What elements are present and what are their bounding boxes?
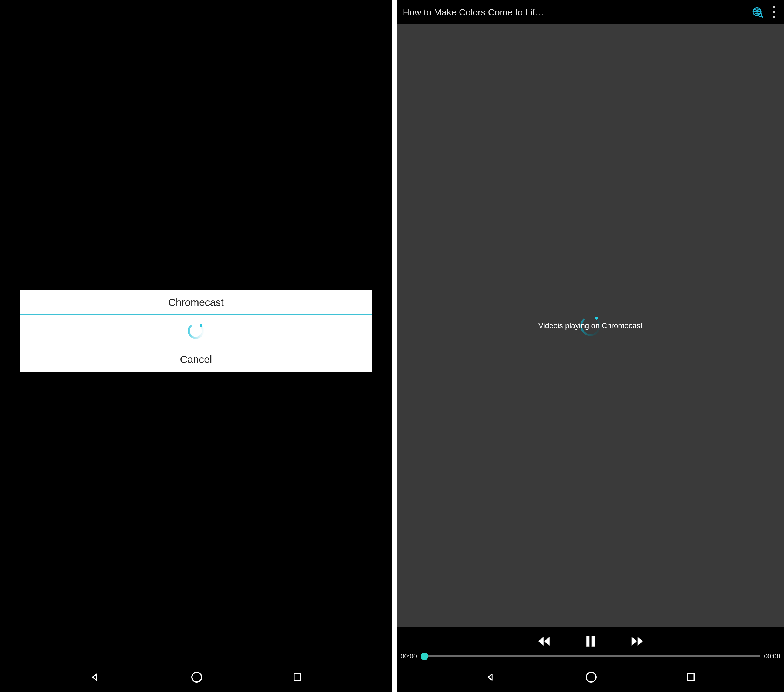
svg-rect-10 — [592, 636, 595, 647]
svg-point-11 — [586, 672, 596, 682]
system-nav-bar — [397, 662, 784, 692]
loading-spinner-icon — [186, 321, 206, 340]
casting-status-text: Videois playing on Chromecast — [539, 321, 642, 330]
home-button[interactable] — [585, 671, 598, 684]
cancel-button[interactable]: Cancel — [20, 347, 372, 372]
svg-point-2 — [192, 672, 201, 682]
media-controls: 00:00 00:00 — [397, 627, 784, 662]
svg-point-1 — [200, 324, 203, 327]
back-button[interactable] — [89, 671, 101, 683]
svg-line-6 — [762, 16, 763, 18]
back-button[interactable] — [484, 671, 497, 683]
seek-bar[interactable] — [421, 655, 760, 657]
app-bar: How to Make Colors Come to Lif… — [397, 0, 784, 24]
page-title: How to Make Colors Come to Lif… — [403, 7, 747, 18]
right-phone: How to Make Colors Come to Lif… — [392, 0, 784, 692]
transport-controls — [397, 632, 784, 652]
svg-rect-12 — [688, 674, 694, 680]
progress-row: 00:00 00:00 — [397, 652, 784, 660]
system-nav-bar — [0, 662, 392, 692]
left-phone: Chromecast — [0, 0, 392, 692]
overflow-menu-button[interactable] — [768, 4, 779, 20]
dialog-body — [20, 315, 372, 347]
right-screen: Videois playing on Chromecast — [397, 24, 784, 662]
video-area[interactable]: Videois playing on Chromecast — [397, 24, 784, 627]
time-current: 00:00 — [401, 652, 417, 660]
svg-rect-3 — [294, 674, 301, 680]
svg-point-0 — [186, 321, 206, 340]
left-screen: Chromecast — [0, 0, 392, 662]
rewind-button[interactable] — [536, 635, 552, 647]
fast-forward-button[interactable] — [629, 635, 645, 647]
pause-button[interactable] — [585, 635, 596, 647]
cast-dialog: Chromecast — [20, 290, 372, 372]
home-button[interactable] — [190, 671, 203, 684]
seek-thumb[interactable] — [421, 652, 428, 660]
svg-rect-9 — [586, 636, 590, 647]
svg-point-8 — [595, 317, 598, 319]
time-total: 00:00 — [764, 652, 780, 660]
cast-search-icon[interactable] — [751, 6, 763, 18]
recents-button[interactable] — [685, 671, 697, 683]
dialog-title: Chromecast — [20, 290, 372, 315]
recents-button[interactable] — [292, 671, 303, 683]
